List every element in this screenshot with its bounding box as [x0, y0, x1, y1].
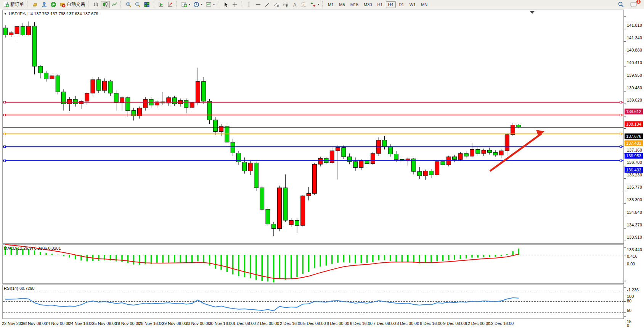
chevron-down-icon: ▾ [213, 3, 215, 6]
timeframe-mn[interactable]: MN [419, 1, 430, 8]
line-anchor[interactable] [620, 133, 622, 135]
candle-body [207, 101, 212, 120]
line-anchor[interactable] [4, 133, 6, 135]
candle-body [120, 98, 124, 103]
tile-windows-button[interactable] [142, 1, 151, 8]
text-label-tool-button[interactable]: T [299, 1, 308, 8]
zoom-in-icon [125, 2, 132, 8]
candle-body [3, 28, 8, 35]
current-price-badge: 137.676 [625, 134, 643, 139]
price-tick: 133.440 [627, 247, 642, 252]
timeframe-w1[interactable]: W1 [407, 1, 418, 8]
chart-window[interactable]: ▼ USDJPY-,H4 137.762 137.798 137.634 137… [0, 9, 644, 328]
candle-body [388, 147, 392, 154]
trendline-tool-button[interactable] [263, 1, 272, 8]
trendline-icon [264, 2, 270, 8]
candle-body [266, 209, 270, 224]
price-level-badge: 138.612 [625, 108, 643, 114]
candle-body [453, 157, 457, 159]
timeframe-m15[interactable]: M15 [348, 1, 361, 8]
vertical-line-tool-button[interactable] [244, 1, 254, 8]
price-tick: 134.370 [627, 223, 642, 227]
zoom-out-icon [135, 2, 141, 8]
chart-templates-button[interactable]: ▾ [204, 1, 216, 8]
timeframe-d1[interactable]: D1 [397, 1, 406, 8]
horizontal-line-tool-button[interactable] [254, 1, 263, 8]
candle-body [248, 163, 252, 171]
notifications-button[interactable]: 1 [629, 1, 639, 8]
svg-text:A: A [293, 2, 296, 7]
new-order-button[interactable]: 新订单 [2, 1, 26, 8]
candle-body [441, 162, 445, 165]
timeframe-h4[interactable]: H4 [386, 1, 396, 8]
auto-scroll-button[interactable] [165, 1, 175, 8]
line-anchor[interactable] [620, 160, 622, 162]
candle-body [103, 81, 107, 90]
time-axis-label: 29 Nov 08:00 [162, 321, 187, 326]
chart-title[interactable]: ▼ USDJPY-,H4 137.762 137.798 137.634 137… [4, 11, 98, 16]
macd-pane[interactable] [3, 245, 624, 284]
candle-body [202, 82, 206, 101]
candle-body [50, 76, 54, 79]
toolbar-separator [120, 1, 123, 8]
line-anchor[interactable] [4, 146, 6, 148]
candle-body [435, 162, 439, 175]
zoom-in-button[interactable] [124, 1, 133, 8]
timeframe-m1[interactable]: M1 [326, 1, 336, 8]
periods-button[interactable]: ▾ [192, 1, 204, 8]
auto-trading-button[interactable]: 自动交易 [58, 1, 87, 8]
candle-body [27, 26, 31, 35]
chart-templates-icon [206, 2, 212, 8]
time-axis-label: 12 Dec 00:00 [466, 321, 490, 326]
shift-chart-end-button[interactable] [156, 1, 165, 8]
price-tick: 139.020 [627, 98, 642, 102]
line-anchor[interactable] [4, 114, 6, 116]
price-level-badge: 136.953 [625, 153, 643, 159]
timeframe-h1[interactable]: H1 [375, 1, 385, 8]
add-indicator-button[interactable]: ▾ [180, 1, 192, 8]
toolbar-separator [218, 1, 220, 8]
profiles-button[interactable] [40, 1, 49, 8]
line-anchor[interactable] [4, 160, 6, 162]
timeframe-m5[interactable]: M5 [337, 1, 347, 8]
cursor-tool-button[interactable] [221, 1, 230, 8]
main-pane[interactable] [3, 10, 624, 244]
symbol-dropdown-icon[interactable]: ▼ [4, 12, 7, 16]
time-axis-label: 7 Dec 08:00 [373, 321, 396, 326]
line-chart-type-icon [111, 2, 117, 8]
bar-chart-type-button[interactable] [92, 1, 101, 8]
timeframe-m30[interactable]: M30 [361, 1, 374, 8]
macd-tick: 0.00 [627, 262, 635, 266]
candle-body [32, 26, 37, 66]
candle-body [196, 82, 200, 103]
candle-body [126, 98, 130, 111]
candlestick-type-button[interactable] [101, 1, 110, 8]
candle-body [114, 93, 118, 103]
candle-body [418, 171, 422, 176]
fibonacci-tool-button[interactable]: F [281, 1, 290, 8]
equidistant-channel-tool-button[interactable]: E [272, 1, 281, 8]
arrows-tool-button[interactable]: ▾ [308, 1, 321, 8]
profiles-icon [41, 2, 47, 8]
candle-body [56, 76, 60, 92]
signals-button[interactable] [49, 1, 58, 8]
line-anchor[interactable] [620, 146, 622, 148]
candle-body [318, 158, 323, 164]
zoom-out-button[interactable] [133, 1, 142, 8]
line-anchor[interactable] [4, 101, 6, 103]
chart-plot[interactable] [0, 0, 644, 328]
line-chart-type-button[interactable] [110, 1, 119, 8]
line-anchor[interactable] [620, 114, 622, 116]
gold-charts-button[interactable] [31, 1, 40, 8]
price-tick: 139.480 [627, 86, 642, 90]
text-tool-button[interactable]: A [290, 1, 299, 8]
search-button[interactable] [616, 1, 626, 8]
candle-body [464, 153, 468, 156]
crosshair-tool-button[interactable] [230, 1, 239, 8]
candle-body [108, 81, 112, 93]
candle-body [394, 154, 398, 159]
line-anchor[interactable] [620, 101, 622, 103]
candle-body [476, 149, 480, 153]
candle-body [260, 188, 264, 209]
text-label-icon: T [301, 2, 307, 8]
